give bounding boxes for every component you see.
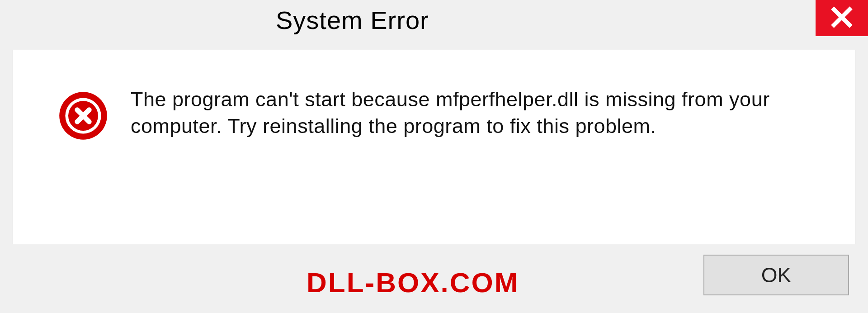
content-panel: The program can't start because mfperfhe… (13, 50, 855, 244)
dialog-footer: DLL-BOX.COM OK (0, 245, 868, 313)
close-button[interactable] (816, 0, 868, 36)
watermark-text: DLL-BOX.COM (307, 266, 519, 299)
error-dialog: System Error The program can't start bec… (0, 0, 868, 313)
error-message: The program can't start because mfperfhe… (131, 86, 828, 139)
titlebar: System Error (0, 0, 868, 45)
ok-button-label: OK (761, 263, 791, 287)
error-icon (58, 91, 108, 141)
dialog-title: System Error (276, 5, 429, 35)
close-icon (830, 5, 854, 31)
ok-button[interactable]: OK (703, 255, 849, 295)
